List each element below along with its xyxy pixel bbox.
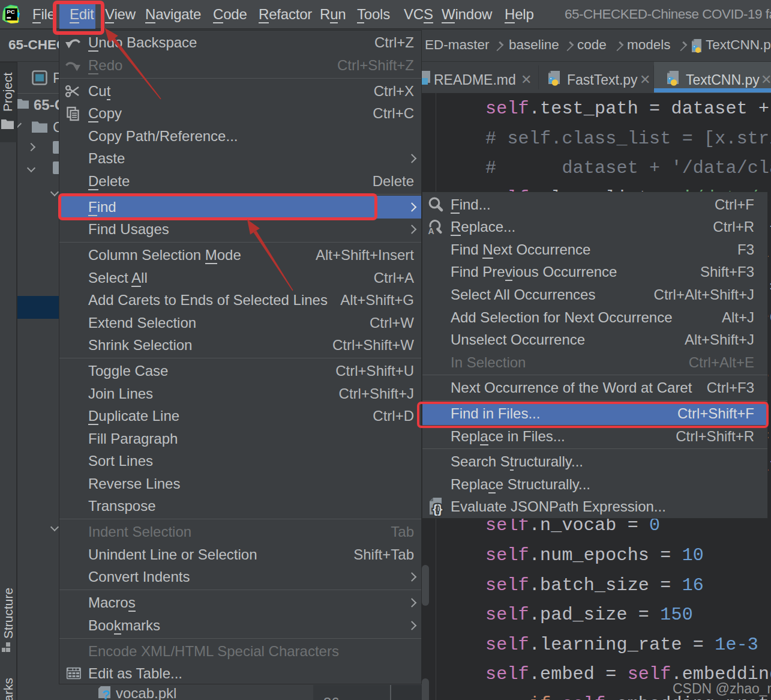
svg-text:A: A — [428, 226, 434, 235]
svg-text:?: ? — [102, 687, 110, 700]
svg-text:PC: PC — [7, 8, 15, 15]
